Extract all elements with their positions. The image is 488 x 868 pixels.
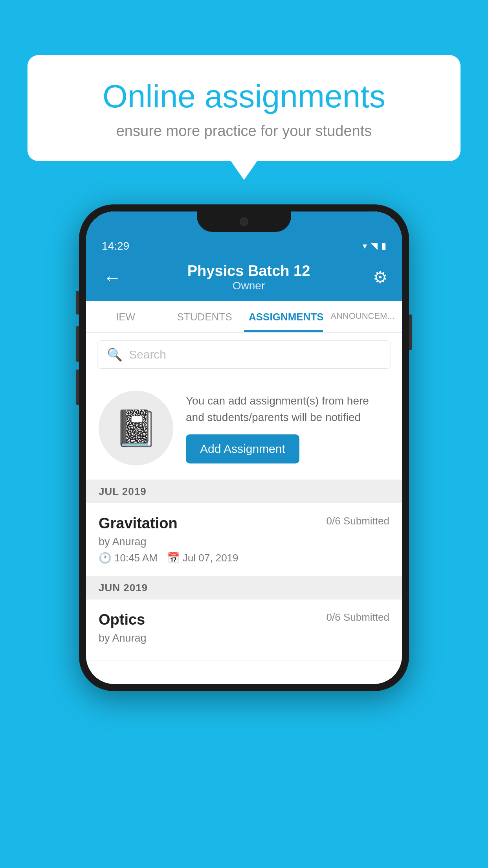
app-header: ← Physics Batch 12 Owner ⚙ (86, 256, 402, 301)
assignment-item-header: Gravitation 0/6 Submitted (99, 515, 389, 532)
search-icon: 🔍 (107, 347, 123, 362)
header-subtitle: Owner (187, 280, 310, 292)
calendar-icon: 📅 (167, 552, 180, 564)
signal-icon: ◥ (371, 241, 378, 251)
add-assignment-section: 📓 You can add assignment(s) from here an… (86, 377, 402, 480)
assignment-date: 📅 Jul 07, 2019 (167, 552, 238, 564)
volume-down-button (76, 326, 79, 362)
phone-notch (197, 211, 291, 232)
tab-overview[interactable]: IEW (86, 301, 165, 332)
speech-bubble: Online assignments ensure more practice … (28, 55, 460, 161)
speech-bubble-subtitle: ensure more practice for your students (55, 123, 433, 140)
assignment-submitted-optics: 0/6 Submitted (327, 611, 389, 623)
silent-button (76, 370, 79, 405)
assignment-item-gravitation[interactable]: Gravitation 0/6 Submitted by Anurag 🕐 10… (86, 503, 402, 576)
tab-assignments[interactable]: ASSIGNMENTS (244, 301, 323, 332)
power-button (409, 314, 412, 350)
tab-bar: IEW STUDENTS ASSIGNMENTS ANNOUNCEM... (86, 301, 402, 333)
assignment-meta: 🕐 10:45 AM 📅 Jul 07, 2019 (99, 552, 389, 564)
settings-button[interactable]: ⚙ (373, 268, 388, 287)
assignment-info: You can add assignment(s) from here and … (186, 393, 389, 463)
bottom-padding (86, 660, 402, 684)
assignment-time: 🕐 10:45 AM (99, 552, 158, 564)
assignment-item-optics-header: Optics 0/6 Submitted (99, 611, 389, 628)
search-input[interactable]: Search (129, 348, 166, 361)
header-center: Physics Batch 12 Owner (187, 263, 310, 292)
assignment-icon-circle: 📓 (99, 391, 173, 465)
status-time: 14:29 (102, 240, 129, 252)
clock-icon: 🕐 (99, 552, 111, 564)
search-bar[interactable]: 🔍 Search (97, 340, 391, 369)
header-title: Physics Batch 12 (187, 263, 310, 280)
assignment-name-optics: Optics (99, 611, 145, 628)
phone-frame: 14:29 ▾ ◥ ▮ ← Physics Batch 12 Owner ⚙ I… (79, 204, 409, 691)
phone-screen: 14:29 ▾ ◥ ▮ ← Physics Batch 12 Owner ⚙ I… (86, 211, 402, 684)
assignment-date-value: Jul 07, 2019 (183, 552, 238, 564)
search-container: 🔍 Search (86, 333, 402, 377)
back-button[interactable]: ← (100, 264, 125, 291)
volume-up-button (76, 291, 79, 314)
assignment-submitted: 0/6 Submitted (327, 515, 389, 527)
phone-container: 14:29 ▾ ◥ ▮ ← Physics Batch 12 Owner ⚙ I… (79, 204, 409, 691)
assignment-by-optics: by Anurag (99, 632, 389, 644)
wifi-icon: ▾ (363, 241, 367, 251)
month-divider-jul: JUL 2019 (86, 480, 402, 503)
speech-bubble-container: Online assignments ensure more practice … (28, 55, 460, 161)
front-camera (240, 217, 248, 226)
assignment-item-optics[interactable]: Optics 0/6 Submitted by Anurag (86, 600, 402, 660)
status-bar: 14:29 ▾ ◥ ▮ (86, 233, 402, 256)
battery-icon: ▮ (382, 241, 386, 251)
add-assignment-button[interactable]: Add Assignment (186, 434, 299, 463)
tab-students[interactable]: STUDENTS (165, 301, 244, 332)
notebook-icon: 📓 (114, 408, 158, 449)
assignment-by: by Anurag (99, 536, 389, 548)
assignment-description: You can add assignment(s) from here and … (186, 393, 389, 426)
month-divider-jun: JUN 2019 (86, 576, 402, 600)
tab-announcements[interactable]: ANNOUNCEM... (323, 301, 402, 332)
assignment-time-value: 10:45 AM (114, 552, 158, 564)
assignment-name: Gravitation (99, 515, 178, 532)
speech-bubble-title: Online assignments (55, 79, 433, 114)
status-icons: ▾ ◥ ▮ (363, 241, 386, 251)
